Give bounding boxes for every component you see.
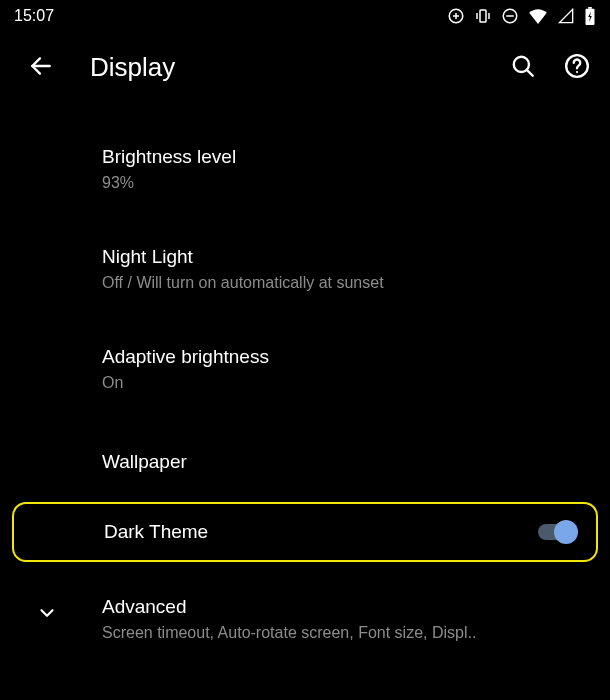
setting-subtitle: On bbox=[102, 372, 586, 394]
setting-night-light[interactable]: Night Light Off / Will turn on automatic… bbox=[0, 228, 610, 310]
svg-line-12 bbox=[527, 69, 533, 75]
setting-adaptive-brightness[interactable]: Adaptive brightness On bbox=[0, 328, 610, 410]
help-icon bbox=[564, 53, 590, 82]
setting-title: Wallpaper bbox=[102, 449, 586, 475]
chevron-down-icon bbox=[36, 602, 58, 628]
status-bar: 15:07 bbox=[0, 0, 610, 32]
setting-subtitle: Off / Will turn on automatically at suns… bbox=[102, 272, 586, 294]
page-title: Display bbox=[90, 52, 474, 83]
setting-title: Advanced bbox=[102, 594, 586, 620]
setting-title: Night Light bbox=[102, 244, 586, 270]
svg-rect-9 bbox=[588, 7, 592, 9]
wifi-icon bbox=[528, 8, 548, 24]
svg-point-14 bbox=[576, 70, 578, 72]
add-alarm-icon bbox=[447, 7, 465, 25]
setting-advanced[interactable]: Advanced Screen timeout, Auto-rotate scr… bbox=[0, 576, 610, 660]
vibrate-icon bbox=[474, 7, 492, 25]
setting-subtitle: Screen timeout, Auto-rotate screen, Font… bbox=[102, 622, 582, 644]
toggle-thumb bbox=[554, 520, 578, 544]
search-icon bbox=[510, 53, 536, 82]
dark-theme-highlight: Dark Theme bbox=[12, 502, 598, 562]
setting-dark-theme[interactable]: Dark Theme bbox=[14, 504, 596, 560]
help-button[interactable] bbox=[564, 53, 590, 82]
setting-title: Brightness level bbox=[102, 144, 586, 170]
settings-list: Brightness level 93% Night Light Off / W… bbox=[0, 102, 610, 660]
app-bar-actions bbox=[510, 53, 590, 82]
dark-theme-toggle[interactable] bbox=[536, 519, 580, 545]
arrow-back-icon bbox=[28, 53, 54, 82]
signal-icon bbox=[557, 8, 575, 24]
battery-charging-icon bbox=[584, 7, 596, 25]
app-bar: Display bbox=[0, 32, 610, 102]
setting-title: Dark Theme bbox=[104, 519, 518, 545]
back-button[interactable] bbox=[28, 53, 54, 82]
status-time: 15:07 bbox=[14, 7, 54, 25]
setting-brightness-level[interactable]: Brightness level 93% bbox=[0, 128, 610, 210]
search-button[interactable] bbox=[510, 53, 536, 82]
status-icons bbox=[447, 7, 596, 25]
setting-wallpaper[interactable]: Wallpaper bbox=[0, 428, 610, 496]
svg-rect-3 bbox=[480, 10, 486, 22]
do-not-disturb-icon bbox=[501, 7, 519, 25]
setting-subtitle: 93% bbox=[102, 172, 586, 194]
setting-title: Adaptive brightness bbox=[102, 344, 586, 370]
